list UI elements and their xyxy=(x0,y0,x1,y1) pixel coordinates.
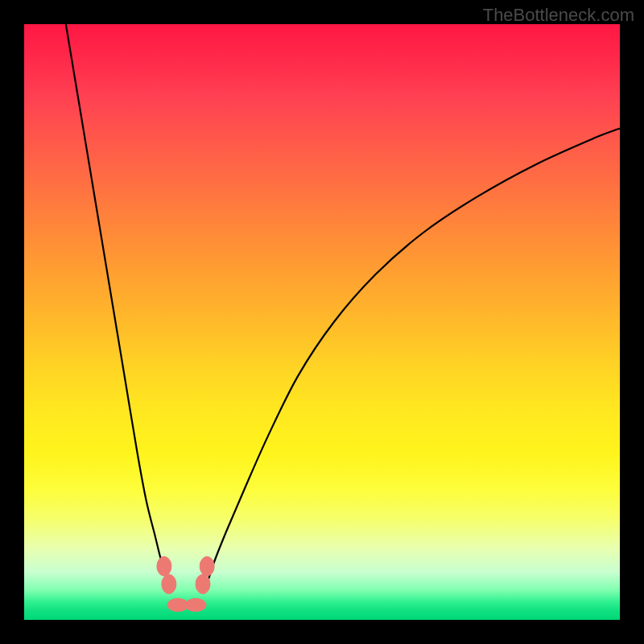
curve-left-branch xyxy=(66,24,172,590)
attribution-text: TheBottleneck.com xyxy=(483,5,634,26)
curve-right-branch xyxy=(204,129,620,591)
right-marker-bot xyxy=(196,575,210,594)
plot-area xyxy=(24,24,620,620)
valley-marker-right xyxy=(185,599,206,612)
marker-group xyxy=(157,556,214,611)
left-marker-bot xyxy=(162,575,176,594)
left-marker-top xyxy=(157,556,171,576)
right-marker-top xyxy=(200,556,214,576)
curve-svg xyxy=(24,24,620,620)
